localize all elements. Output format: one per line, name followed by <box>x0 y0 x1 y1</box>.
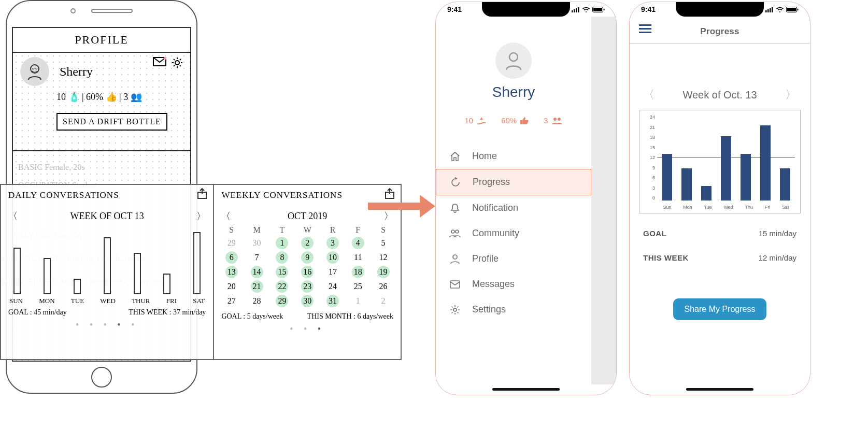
phone-notch <box>676 2 764 17</box>
drawer-avatar[interactable] <box>495 42 532 79</box>
sketch-bar <box>74 279 81 294</box>
calendar-day[interactable]: 10 <box>326 251 339 264</box>
people-icon <box>551 117 563 124</box>
sketch-calendar: SMTWRFS293012345678910111213141516171819… <box>221 225 393 307</box>
svg-rect-9 <box>578 7 579 12</box>
wireframe-header: PROFILE <box>13 28 190 53</box>
sketch-daily-thisweek: THIS WEEK : 37 min/day <box>129 308 206 317</box>
calendar-day[interactable]: 6 <box>225 251 238 264</box>
gear-icon[interactable] <box>172 57 183 68</box>
calendar-dow: T <box>272 225 292 235</box>
sketch-daily-metrics: GOAL : 45 min/day THIS WEEK : 37 min/day <box>8 308 206 317</box>
calendar-day[interactable]: 30 <box>251 237 263 249</box>
hamburger-icon[interactable] <box>639 24 651 34</box>
drawer-item-community[interactable]: Community <box>436 221 591 246</box>
calendar-day[interactable]: 15 <box>276 266 288 278</box>
drawer-item-messages[interactable]: Messages <box>436 271 591 297</box>
phone-camera-dot <box>70 8 76 13</box>
chart-bar <box>681 168 692 200</box>
hifi-progress-phone: 9:41 Progress 〈 Week of Oct. 13 〉 242118… <box>629 2 810 395</box>
calendar-day[interactable]: 5 <box>377 237 390 249</box>
calendar-day[interactable]: 22 <box>276 280 288 293</box>
mail-icon[interactable] <box>153 57 166 68</box>
calendar-day[interactable]: 4 <box>352 237 364 249</box>
drawer-item-profile[interactable]: Profile <box>436 246 591 271</box>
faded-basic: BASIC Female, 20s <box>18 163 84 172</box>
y-tick: 9 <box>643 165 655 170</box>
home-indicator[interactable] <box>492 388 560 391</box>
sketch-axis-label: SUN <box>9 297 23 305</box>
send-drift-bottle-button[interactable]: SEND A DRIFT BOTTLE <box>56 113 167 131</box>
drawer-item-home[interactable]: Home <box>436 144 591 169</box>
phone-home-button[interactable] <box>91 367 112 388</box>
calendar-day[interactable]: 25 <box>352 280 364 293</box>
drawer-backdrop[interactable] <box>590 17 616 384</box>
svg-point-2 <box>175 61 179 65</box>
calendar-day[interactable]: 9 <box>301 251 314 264</box>
progress-chart: 24211815129630 SunMonTueWedThuFriSat <box>639 110 801 213</box>
chevron-left-icon[interactable]: 〈 <box>639 85 659 105</box>
wifi-icon <box>582 7 590 12</box>
calendar-dow: M <box>247 225 267 235</box>
sketch-daily-goal: GOAL : 45 min/day <box>8 308 67 317</box>
chevron-right-icon[interactable]: 〉 <box>196 210 206 222</box>
calendar-day[interactable]: 24 <box>326 280 339 293</box>
x-tick: Wed <box>723 205 733 210</box>
phone-speaker <box>91 9 133 13</box>
svg-rect-11 <box>593 8 602 11</box>
chevron-left-icon[interactable]: 〈 <box>221 210 231 222</box>
drawer-item-label: Community <box>472 228 519 239</box>
calendar-day[interactable]: 31 <box>326 295 339 307</box>
calendar-day[interactable]: 2 <box>301 237 314 249</box>
y-tick: 12 <box>643 155 655 160</box>
chart-y-axis: 24211815129630 <box>643 114 655 200</box>
drawer-item-label: Profile <box>472 253 499 264</box>
y-tick: 0 <box>643 195 655 200</box>
wifi-icon <box>776 7 784 12</box>
calendar-day[interactable]: 20 <box>225 280 238 293</box>
calendar-day[interactable]: 17 <box>326 266 339 278</box>
calendar-day[interactable]: 16 <box>301 266 314 278</box>
calendar-day[interactable]: 1 <box>352 295 364 307</box>
calendar-day[interactable]: 29 <box>276 295 288 307</box>
chart-bar <box>721 136 731 201</box>
svg-point-3 <box>31 65 39 73</box>
calendar-day[interactable]: 11 <box>352 251 364 264</box>
progress-goal-value: 15 min/day <box>759 229 796 238</box>
wireframe-avatar[interactable] <box>20 57 49 86</box>
calendar-day[interactable]: 19 <box>377 266 390 278</box>
calendar-day[interactable]: 30 <box>301 295 314 307</box>
calendar-day[interactable]: 14 <box>251 266 263 278</box>
navigation-drawer: Sherry 10 60% 3 HomeProgressNotification… <box>436 17 591 384</box>
drawer-item-label: Notification <box>472 203 518 213</box>
drawer-item-notification[interactable]: Notification <box>436 195 591 221</box>
calendar-day[interactable]: 12 <box>377 251 390 264</box>
stat-bottles-value: 10 <box>464 116 473 125</box>
share-icon[interactable] <box>196 188 208 199</box>
calendar-day[interactable]: 27 <box>225 295 238 307</box>
home-icon <box>449 151 461 162</box>
home-indicator[interactable] <box>686 388 753 391</box>
x-tick: Tue <box>704 205 712 210</box>
calendar-day[interactable]: 7 <box>251 251 263 264</box>
progress-goal-row: GOAL 15 min/day <box>643 229 796 238</box>
y-tick: 18 <box>643 135 655 140</box>
calendar-day[interactable]: 29 <box>225 237 238 249</box>
share-progress-button[interactable]: Share My Progress <box>673 298 767 320</box>
drawer-item-progress[interactable]: Progress <box>436 169 591 195</box>
status-icons <box>765 5 799 13</box>
drawer-item-settings[interactable]: Settings <box>436 297 591 322</box>
calendar-day[interactable]: 1 <box>276 237 288 249</box>
calendar-day[interactable]: 26 <box>377 280 390 293</box>
calendar-day[interactable]: 23 <box>301 280 314 293</box>
calendar-day[interactable]: 21 <box>251 280 263 293</box>
calendar-dow: S <box>221 225 241 235</box>
calendar-day[interactable]: 28 <box>251 295 263 307</box>
calendar-day[interactable]: 3 <box>326 237 339 249</box>
chevron-left-icon[interactable]: 〈 <box>8 210 18 222</box>
chevron-right-icon[interactable]: 〉 <box>781 85 801 105</box>
calendar-day[interactable]: 2 <box>377 295 390 307</box>
calendar-day[interactable]: 13 <box>225 266 238 278</box>
calendar-day[interactable]: 8 <box>276 251 288 264</box>
calendar-day[interactable]: 18 <box>352 266 364 278</box>
